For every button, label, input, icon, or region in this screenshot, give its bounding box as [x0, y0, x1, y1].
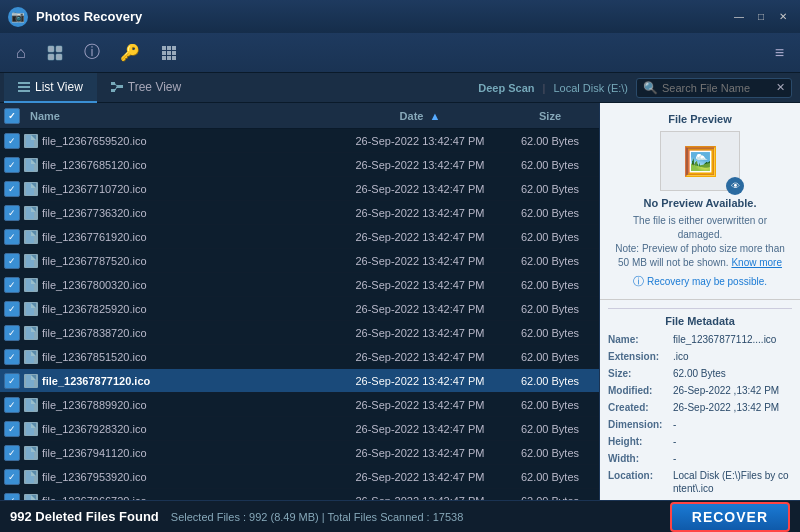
- status-bar: 992 Deleted Files Found Selected Files :…: [0, 500, 800, 532]
- svg-rect-16: [111, 82, 115, 85]
- table-row[interactable]: ✓file_12367953920.ico26-Sep-2022 13:42:4…: [0, 465, 599, 489]
- row-checkbox[interactable]: ✓: [4, 493, 20, 501]
- tab-list-view[interactable]: List View: [4, 73, 97, 103]
- table-row[interactable]: ✓file_12367877120.ico26-Sep-2022 13:42:4…: [0, 369, 599, 393]
- header-date[interactable]: Date ▲: [335, 110, 505, 122]
- file-name: file_12367953920.ico: [42, 471, 335, 483]
- meta-name: Name: file_12367877112....ico: [608, 333, 792, 346]
- row-checkbox[interactable]: ✓: [4, 181, 20, 197]
- file-preview-title: File Preview: [668, 113, 732, 125]
- table-row[interactable]: ✓file_12367800320.ico26-Sep-2022 13:42:4…: [0, 273, 599, 297]
- file-name: file_12367851520.ico: [42, 351, 335, 363]
- row-checkbox[interactable]: ✓: [4, 349, 20, 365]
- svg-line-20: [115, 86, 117, 90]
- row-checkbox[interactable]: ✓: [4, 253, 20, 269]
- row-checkbox[interactable]: ✓: [4, 157, 20, 173]
- menu-button[interactable]: ≡: [769, 40, 790, 66]
- file-size: 62.00 Bytes: [505, 351, 595, 363]
- svg-rect-7: [162, 51, 166, 55]
- table-row[interactable]: ✓file_12367710720.ico26-Sep-2022 13:42:4…: [0, 177, 599, 201]
- file-type-icon: [24, 134, 38, 148]
- file-name: file_12367685120.ico: [42, 159, 335, 171]
- file-type-icon: [24, 494, 38, 501]
- tab-tree-view[interactable]: Tree View: [97, 73, 195, 103]
- files-found-count: 992 Deleted Files Found: [10, 509, 159, 524]
- search-box[interactable]: 🔍 ✕: [636, 78, 792, 98]
- table-row[interactable]: ✓file_12367838720.ico26-Sep-2022 13:42:4…: [0, 321, 599, 345]
- file-preview-panel: File Preview 🖼️ 👁 No Preview Available. …: [600, 103, 800, 300]
- table-row[interactable]: ✓file_12367685120.ico26-Sep-2022 13:42:4…: [0, 153, 599, 177]
- file-name: file_12367800320.ico: [42, 279, 335, 291]
- file-list-header: ✓ Name Date ▲ Size: [0, 103, 599, 129]
- file-type-icon: [24, 302, 38, 316]
- meta-created: Created: 26-Sep-2022 ,13:42 PM: [608, 401, 792, 414]
- table-row[interactable]: ✓file_12367889920.ico26-Sep-2022 13:42:4…: [0, 393, 599, 417]
- row-checkbox[interactable]: ✓: [4, 205, 20, 221]
- preview-description: The file is either overwritten or damage…: [610, 214, 790, 270]
- scan-button[interactable]: [40, 40, 70, 66]
- search-input[interactable]: [662, 82, 772, 94]
- sort-arrow: ▲: [430, 110, 441, 122]
- file-name: file_12367838720.ico: [42, 327, 335, 339]
- row-checkbox[interactable]: ✓: [4, 421, 20, 437]
- metadata-title: File Metadata: [608, 308, 792, 327]
- svg-rect-12: [172, 56, 176, 60]
- recovery-label: Recovery may be possible.: [647, 276, 767, 287]
- info-button[interactable]: ⓘ: [78, 38, 106, 67]
- key-button[interactable]: 🔑: [114, 39, 146, 66]
- row-checkbox[interactable]: ✓: [4, 277, 20, 293]
- table-row[interactable]: ✓file_12367736320.ico26-Sep-2022 13:42:4…: [0, 201, 599, 225]
- header-size[interactable]: Size: [505, 110, 595, 122]
- table-row[interactable]: ✓file_12367941120.ico26-Sep-2022 13:42:4…: [0, 441, 599, 465]
- status-details: Selected Files : 992 (8.49 MB) | Total F…: [171, 511, 463, 523]
- minimize-button[interactable]: —: [730, 10, 748, 24]
- file-type-icon: [24, 254, 38, 268]
- file-name: file_12367877120.ico: [42, 375, 335, 387]
- file-date: 26-Sep-2022 13:42:47 PM: [335, 399, 505, 411]
- table-row[interactable]: ✓file_12367761920.ico26-Sep-2022 13:42:4…: [0, 225, 599, 249]
- app-icon: 📷: [8, 7, 28, 27]
- row-checkbox[interactable]: ✓: [4, 229, 20, 245]
- tree-view-icon: [111, 81, 123, 93]
- nav-tabs: List View Tree View Deep Scan | Local Di…: [0, 73, 800, 103]
- table-row[interactable]: ✓file_12367966720.ico26-Sep-2022 13:42:4…: [0, 489, 599, 500]
- file-metadata-panel: File Metadata Name: file_12367877112....…: [600, 300, 800, 500]
- grid-button[interactable]: [154, 40, 184, 66]
- file-date: 26-Sep-2022 13:42:47 PM: [335, 495, 505, 501]
- home-button[interactable]: ⌂: [10, 40, 32, 66]
- tab-list-view-label: List View: [35, 80, 83, 94]
- file-date: 26-Sep-2022 13:42:47 PM: [335, 447, 505, 459]
- row-checkbox[interactable]: ✓: [4, 445, 20, 461]
- file-size: 62.00 Bytes: [505, 495, 595, 501]
- file-date: 26-Sep-2022 13:42:47 PM: [335, 207, 505, 219]
- svg-rect-11: [167, 56, 171, 60]
- maximize-button[interactable]: □: [752, 10, 770, 24]
- table-row[interactable]: ✓file_12367825920.ico26-Sep-2022 13:42:4…: [0, 297, 599, 321]
- table-row[interactable]: ✓file_12367928320.ico26-Sep-2022 13:42:4…: [0, 417, 599, 441]
- table-row[interactable]: ✓file_12367851520.ico26-Sep-2022 13:42:4…: [0, 345, 599, 369]
- recover-button[interactable]: RECOVER: [670, 502, 790, 532]
- row-checkbox[interactable]: ✓: [4, 301, 20, 317]
- row-checkbox[interactable]: ✓: [4, 133, 20, 149]
- close-button[interactable]: ✕: [774, 10, 792, 24]
- file-size: 62.00 Bytes: [505, 471, 595, 483]
- table-row[interactable]: ✓file_12367787520.ico26-Sep-2022 13:42:4…: [0, 249, 599, 273]
- table-row[interactable]: ✓file_12367659520.ico26-Sep-2022 13:42:4…: [0, 129, 599, 153]
- row-checkbox[interactable]: ✓: [4, 469, 20, 485]
- row-checkbox[interactable]: ✓: [4, 325, 20, 341]
- svg-rect-14: [18, 86, 30, 88]
- file-size: 62.00 Bytes: [505, 255, 595, 267]
- row-checkbox[interactable]: ✓: [4, 397, 20, 413]
- file-size: 62.00 Bytes: [505, 303, 595, 315]
- right-panel: File Preview 🖼️ 👁 No Preview Available. …: [600, 103, 800, 500]
- no-preview-label: No Preview Available.: [644, 197, 757, 209]
- file-type-icon: [24, 374, 38, 388]
- clear-search-icon[interactable]: ✕: [776, 81, 785, 94]
- file-rows[interactable]: ✓file_12367659520.ico26-Sep-2022 13:42:4…: [0, 129, 599, 500]
- row-checkbox[interactable]: ✓: [4, 373, 20, 389]
- header-name[interactable]: Name: [26, 110, 335, 122]
- file-name: file_12367710720.ico: [42, 183, 335, 195]
- learn-more-link[interactable]: Know more: [731, 257, 782, 268]
- file-size: 62.00 Bytes: [505, 423, 595, 435]
- file-size: 62.00 Bytes: [505, 207, 595, 219]
